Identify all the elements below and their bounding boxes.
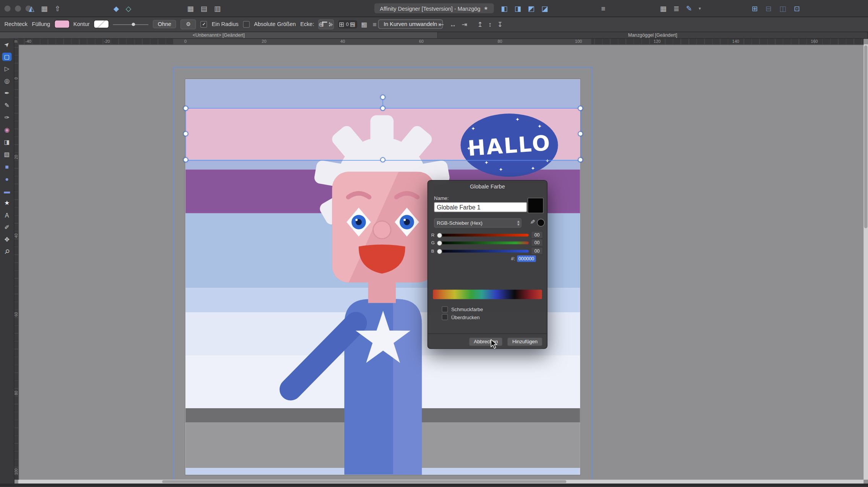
red-slider-knob[interactable] — [437, 232, 442, 238]
vertical-ruler[interactable]: 0 20 40 60 80 100 — [14, 44, 19, 480]
flip-vertical-alt-icon[interactable]: ◪ — [541, 4, 548, 13]
blue-slider-knob[interactable] — [437, 248, 442, 254]
contour-tool[interactable]: ◎ — [2, 77, 12, 85]
snap-grid-icon[interactable]: ⊟ — [766, 4, 772, 13]
horizontal-scrollbar-thumb[interactable] — [162, 480, 567, 483]
selection-handle-middle-left[interactable] — [183, 131, 188, 136]
snap-toggle-icon[interactable]: ⊞ — [752, 4, 758, 13]
selection-handle-middle-right[interactable] — [578, 131, 583, 136]
selection-handle-bottom-right[interactable] — [578, 157, 583, 162]
hand-tool[interactable]: ✥ — [2, 235, 12, 244]
color-spectrum-bar[interactable] — [433, 290, 542, 299]
designer-persona-icon[interactable]: ◭ — [29, 4, 34, 13]
nose — [373, 221, 391, 239]
selection-handle-top-right[interactable] — [578, 106, 583, 110]
arrange-icon[interactable]: ≡ — [601, 4, 606, 13]
vector-crop-tool[interactable]: ▧ — [2, 150, 12, 159]
dialog-title: Globale Farbe — [428, 183, 547, 190]
horizontal-ruler[interactable]: -40 -20 0 20 40 60 80 100 120 140 160 — [18, 38, 864, 45]
rotation-handle[interactable] — [380, 94, 385, 99]
insert-shape-outline-icon[interactable]: ◇ — [126, 4, 131, 13]
stroke-swatch[interactable] — [94, 21, 108, 28]
eyedropper-icon[interactable]: ✎ — [686, 4, 692, 13]
pixel-persona-icon[interactable]: ▦ — [41, 4, 48, 13]
artboard-tool[interactable]: ▢ — [2, 53, 12, 61]
overprint-checkbox[interactable] — [442, 314, 448, 320]
snap-option-1-icon[interactable]: ⊕ — [318, 20, 324, 28]
blue-slider[interactable] — [437, 250, 529, 252]
export-persona-icon[interactable]: ⇧ — [54, 4, 60, 13]
rectangle-tool[interactable]: ■ — [2, 162, 12, 171]
pen-tool[interactable]: ✒ — [2, 89, 12, 97]
tab-manzgoeggel[interactable]: Manzgöggel [Geändert] — [438, 32, 868, 38]
add-button[interactable]: Hinzufügen — [507, 337, 542, 346]
text-tool[interactable]: A — [2, 211, 12, 219]
star-tool[interactable]: ★ — [2, 199, 12, 207]
zoom-tool[interactable]: ⚲ — [1, 245, 13, 258]
move-tool[interactable]: ➤ — [1, 38, 13, 51]
hex-value-field[interactable]: 000000 — [517, 255, 536, 262]
brush-tool[interactable]: ✑ — [2, 114, 12, 122]
red-slider[interactable] — [437, 234, 529, 236]
blue-value-field[interactable]: 00 — [531, 247, 543, 255]
selection-handle-bottom-center[interactable] — [380, 157, 385, 162]
spot-color-checkbox[interactable] — [442, 306, 448, 312]
color-model-dropdown[interactable]: RGB-Schieber (Hex) ▴ ▾ — [434, 218, 521, 228]
green-slider-knob[interactable] — [437, 240, 442, 245]
snap-option-3-icon[interactable]: ⊞ — [339, 20, 345, 28]
transparency-tool[interactable]: ◨ — [2, 138, 12, 146]
vertical-scrollbar[interactable] — [863, 44, 868, 480]
flip-horizontal-icon[interactable]: ◧ — [501, 4, 508, 13]
color-picker-tool[interactable]: ✐ — [2, 223, 12, 232]
align-middle-icon[interactable]: ↕ — [488, 20, 492, 28]
flip-vertical-icon[interactable]: ◩ — [528, 4, 535, 13]
stripe-selection-outline[interactable] — [185, 108, 581, 161]
selection-handle-top-center[interactable] — [380, 106, 385, 110]
selection-handle-top-left[interactable] — [183, 106, 188, 110]
transform-grid-icon[interactable]: ▦ — [187, 4, 194, 13]
fill-tool[interactable]: ◉ — [2, 126, 12, 134]
stroke-none-button[interactable]: Ohne — [153, 20, 177, 28]
snap-pixel-icon[interactable]: ⊡ — [794, 4, 800, 13]
horizontal-scrollbar[interactable] — [18, 480, 864, 484]
stroke-settings-button[interactable]: ⚙ — [181, 19, 196, 29]
sliders-icon[interactable]: ≣ — [673, 4, 679, 13]
align-top-icon[interactable]: ↥ — [477, 20, 483, 28]
color-name-input[interactable] — [434, 202, 527, 212]
stepper-down-icon[interactable]: ▾ — [518, 223, 519, 226]
grid-toggle-icon[interactable]: ▦ — [660, 4, 667, 13]
align-center-icon[interactable]: ↔ — [450, 20, 456, 28]
rounded-rectangle-tool[interactable]: ▬ — [2, 187, 12, 195]
snap-option-5-icon[interactable]: ▦ — [361, 20, 367, 28]
node-tool[interactable]: ▷ — [2, 65, 12, 73]
green-slider[interactable] — [437, 241, 529, 244]
pencil-tool[interactable]: ✎ — [2, 101, 12, 110]
align-bottom-icon[interactable]: ↧ — [497, 20, 503, 28]
chevron-down-icon[interactable]: ▾ — [699, 6, 701, 11]
transform-rows-icon[interactable]: ▤ — [201, 4, 207, 13]
ellipse-tool[interactable]: ● — [2, 174, 12, 183]
flip-horizontal-alt-icon[interactable]: ◨ — [515, 4, 521, 13]
snap-object-icon[interactable]: ◫ — [779, 4, 786, 13]
stroke-width-slider[interactable] — [113, 21, 149, 27]
vertical-scrollbar-thumb[interactable] — [864, 45, 868, 228]
snap-option-4-icon[interactable]: ⊟ — [350, 20, 356, 28]
align-right-icon[interactable]: ⇥ — [462, 20, 468, 28]
green-value-field[interactable]: 00 — [531, 239, 543, 247]
name-label: Name: — [434, 195, 449, 201]
fill-swatch[interactable] — [55, 21, 69, 28]
snap-option-2-icon[interactable]: ⌖ — [329, 20, 333, 28]
snap-option-6-icon[interactable]: ≡ — [373, 20, 377, 28]
align-left-icon[interactable]: ⇤ — [439, 20, 444, 28]
absolute-sizes-checkbox[interactable] — [243, 21, 249, 27]
minimize-window-icon[interactable] — [15, 5, 21, 11]
insert-shape-icon[interactable]: ◆ — [113, 4, 119, 13]
close-window-icon[interactable] — [5, 5, 11, 11]
single-radius-checkbox[interactable]: ✓ — [201, 21, 207, 27]
transform-columns-icon[interactable]: ▥ — [214, 4, 221, 13]
selection-handle-bottom-left[interactable] — [183, 157, 188, 162]
convert-to-curves-button[interactable]: In Kurven umwandeln — [378, 19, 443, 29]
tab-unbenannt[interactable]: <Unbenannt> [Geändert] — [0, 32, 438, 38]
red-value-field[interactable]: 00 — [531, 231, 543, 239]
color-picker-icon[interactable]: ✎ — [529, 219, 536, 224]
